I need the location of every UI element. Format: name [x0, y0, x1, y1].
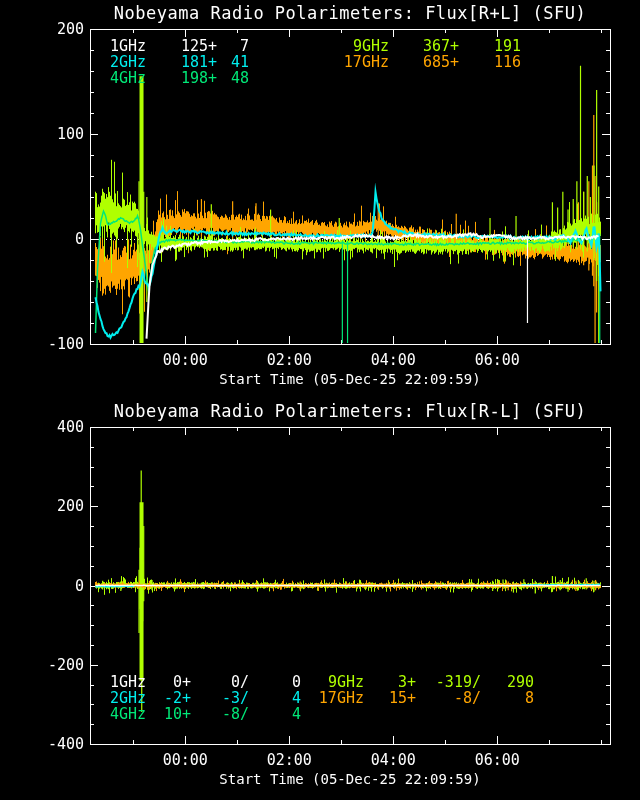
bottom-chart-title: Nobeyama Radio Polarimeters: Flux[R-L] (…	[90, 402, 610, 421]
legend-value: 48	[119, 70, 249, 87]
y-tick-label: -100	[24, 336, 84, 353]
top-chart-xlabel: Start Time (05-Dec-25 22:09:59)	[90, 372, 610, 387]
x-tick-label: 00:00	[155, 352, 215, 369]
y-tick-label: 200	[24, 21, 84, 38]
y-tick-label: -400	[24, 736, 84, 753]
norp-quicklook-plot: Nobeyama Radio Polarimeters: Flux[R+L] (…	[0, 0, 640, 800]
y-tick-label: 400	[24, 419, 84, 436]
top-chart-title: Nobeyama Radio Polarimeters: Flux[R+L] (…	[90, 4, 610, 23]
bottom-chart-xlabel: Start Time (05-Dec-25 22:09:59)	[90, 772, 610, 787]
legend-value: 4	[171, 706, 301, 723]
x-tick-label: 02:00	[259, 352, 319, 369]
x-tick-label: 04:00	[363, 352, 423, 369]
y-tick-label: -200	[24, 657, 84, 674]
x-tick-label: 04:00	[363, 752, 423, 769]
legend-value: 8	[404, 690, 534, 707]
y-tick-label: 0	[24, 578, 84, 595]
y-tick-label: 100	[24, 126, 84, 143]
y-tick-label: 200	[24, 498, 84, 515]
x-tick-label: 02:00	[259, 752, 319, 769]
x-tick-label: 06:00	[467, 752, 527, 769]
x-tick-label: 06:00	[467, 352, 527, 369]
x-tick-label: 00:00	[155, 752, 215, 769]
legend-value: 116	[391, 54, 521, 71]
y-tick-label: 0	[24, 231, 84, 248]
